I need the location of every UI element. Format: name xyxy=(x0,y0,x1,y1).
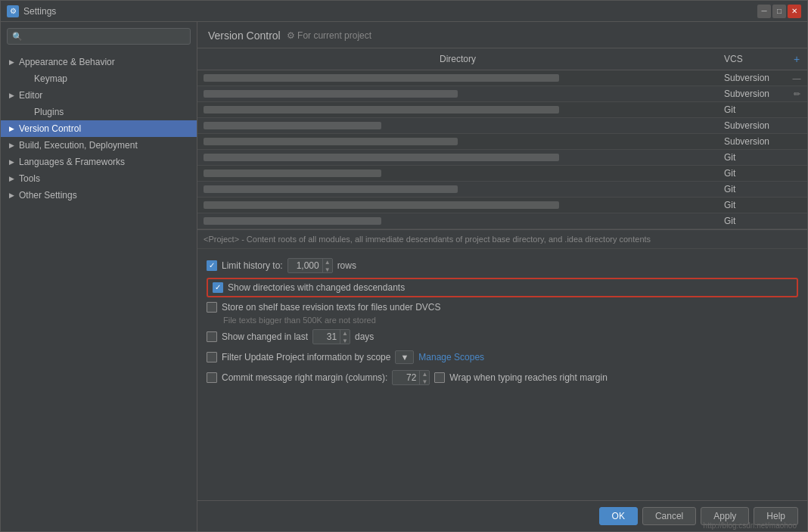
directory-blur xyxy=(204,74,559,82)
row-vcs: Subversion xyxy=(718,118,786,133)
spinbox-up[interactable]: ▲ xyxy=(420,370,429,378)
row-vcs: Subversion xyxy=(718,70,786,86)
row-directory xyxy=(197,120,718,132)
maximize-button[interactable]: □ xyxy=(772,5,786,18)
limit-history-input[interactable] xyxy=(288,260,322,271)
sidebar-item-appearance[interactable]: ▶ Appearance & Behavior xyxy=(1,54,197,70)
spinbox-up[interactable]: ▲ xyxy=(323,258,332,266)
sidebar-item-version-control[interactable]: ▶ Version Control xyxy=(1,120,197,137)
commit-margin-input[interactable] xyxy=(393,372,419,383)
row-directory xyxy=(197,167,718,179)
sidebar-item-label: Tools xyxy=(19,173,40,184)
row-directory xyxy=(197,151,718,163)
minimize-button[interactable]: ─ xyxy=(757,5,771,18)
show-changed-suffix: days xyxy=(355,331,374,342)
spinbox-arrows: ▲ ▼ xyxy=(419,370,429,385)
main-panel: Version Control ⚙ For current project Di… xyxy=(197,22,807,531)
table-row: Git xyxy=(197,102,807,118)
sidebar-item-label: Version Control xyxy=(19,123,81,134)
sidebar: 🔍 ▶ Appearance & Behavior Keymap ▶ Edito… xyxy=(1,22,197,531)
table-row: Subversion — xyxy=(197,70,807,86)
sidebar-item-plugins[interactable]: Plugins xyxy=(1,104,197,120)
search-box[interactable]: 🔍 xyxy=(7,28,191,45)
directory-blur xyxy=(204,122,381,129)
limit-history-checkbox[interactable] xyxy=(207,260,217,271)
sidebar-item-languages[interactable]: ▶ Languages & Frameworks xyxy=(1,154,197,170)
manage-scopes-link[interactable]: Manage Scopes xyxy=(418,352,484,362)
spinbox-arrows: ▲ ▼ xyxy=(322,258,332,273)
table-row: Subversion xyxy=(197,118,807,134)
sidebar-item-label: Languages & Frameworks xyxy=(19,157,125,167)
row-vcs: Git xyxy=(718,102,786,117)
footer: OK Cancel Apply Help http://blog.csdn.ne… xyxy=(197,500,807,531)
show-dirs-checkbox[interactable] xyxy=(213,282,223,293)
add-vcs-button[interactable]: + xyxy=(786,51,807,67)
table-row: Git xyxy=(197,166,807,182)
directory-blur xyxy=(204,138,458,145)
main-content: Directory VCS + Subversion — xyxy=(197,48,807,500)
spinbox-up[interactable]: ▲ xyxy=(340,329,350,337)
arrow-icon: ▶ xyxy=(7,191,16,200)
sidebar-item-keymap[interactable]: Keymap xyxy=(1,70,197,87)
row-action[interactable]: ✏ xyxy=(786,89,807,99)
panel-title: Version Control xyxy=(208,30,281,42)
store-shelf-checkbox[interactable] xyxy=(207,302,217,313)
sidebar-item-build[interactable]: ▶ Build, Execution, Deployment xyxy=(1,137,197,154)
arrow-icon: ▶ xyxy=(7,124,16,133)
spinbox-down[interactable]: ▼ xyxy=(323,266,332,273)
nav-list: ▶ Appearance & Behavior Keymap ▶ Editor … xyxy=(1,51,197,531)
main-header: Version Control ⚙ For current project xyxy=(197,22,807,48)
show-changed-spinbox[interactable]: ▲ ▼ xyxy=(312,329,350,344)
row-vcs: Subversion xyxy=(718,86,786,101)
vcs-table-header: Directory VCS + xyxy=(197,48,807,70)
sidebar-item-label: Keymap xyxy=(34,73,67,84)
settings-window: ⚙ Settings ─ □ ✕ 🔍 ▶ Appearance & Behavi… xyxy=(0,0,808,532)
sidebar-item-other-settings[interactable]: ▶ Other Settings xyxy=(1,187,197,204)
wrap-label: Wrap when typing reaches right margin xyxy=(449,372,608,383)
directory-blur xyxy=(204,185,458,193)
col-vcs-header: VCS xyxy=(718,51,786,67)
sidebar-item-tools[interactable]: ▶ Tools xyxy=(1,170,197,187)
row-action[interactable]: — xyxy=(786,73,807,82)
directory-blur xyxy=(204,106,559,114)
show-changed-row: Show changed in last ▲ ▼ days xyxy=(207,326,798,347)
directory-blur xyxy=(204,217,381,225)
cancel-button[interactable]: Cancel xyxy=(642,507,696,525)
titlebar: ⚙ Settings ─ □ ✕ xyxy=(1,1,807,22)
filter-update-checkbox[interactable] xyxy=(207,352,217,362)
ok-button[interactable]: OK xyxy=(599,507,638,525)
limit-history-label: Limit history to: xyxy=(222,260,283,271)
commit-margin-checkbox[interactable] xyxy=(207,372,217,383)
vcs-table-wrapper: Directory VCS + Subversion — xyxy=(197,48,807,230)
search-input[interactable] xyxy=(26,31,185,42)
table-row: Subversion xyxy=(197,134,807,150)
scope-dropdown[interactable]: ▼ xyxy=(395,350,414,364)
search-icon: 🔍 xyxy=(12,32,23,42)
spinbox-arrows: ▲ ▼ xyxy=(340,329,350,344)
window-title: Settings xyxy=(23,6,757,17)
info-text: <Project> - Content roots of all modules… xyxy=(197,230,807,249)
commit-margin-spinbox[interactable]: ▲ ▼ xyxy=(392,370,430,385)
sidebar-item-editor[interactable]: ▶ Editor xyxy=(1,87,197,104)
store-shelf-row: Store on shelf base revision texts for f… xyxy=(207,299,798,316)
limit-history-suffix: rows xyxy=(337,260,356,271)
show-changed-input[interactable] xyxy=(313,331,340,342)
arrow-icon: ▶ xyxy=(7,141,16,150)
spinbox-down[interactable]: ▼ xyxy=(420,378,429,385)
show-changed-checkbox[interactable] xyxy=(207,331,217,342)
close-button[interactable]: ✕ xyxy=(788,5,801,18)
store-shelf-sublabel: File texts bigger than 500K are not stor… xyxy=(207,316,798,326)
commit-margin-label: Commit message right margin (columns): xyxy=(222,372,387,383)
arrow-icon: ▶ xyxy=(7,58,16,67)
show-changed-label: Show changed in last xyxy=(222,331,308,342)
window-controls: ─ □ ✕ xyxy=(757,5,801,18)
arrow-icon: ▶ xyxy=(7,91,16,100)
limit-history-spinbox[interactable]: ▲ ▼ xyxy=(287,258,333,273)
sidebar-item-label: Build, Execution, Deployment xyxy=(19,140,138,151)
spinbox-down[interactable]: ▼ xyxy=(340,337,350,344)
wrap-checkbox[interactable] xyxy=(434,372,445,383)
arrow-placeholder xyxy=(22,107,31,117)
row-directory xyxy=(197,72,718,84)
row-vcs: Git xyxy=(718,166,786,181)
directory-blur xyxy=(204,170,381,177)
